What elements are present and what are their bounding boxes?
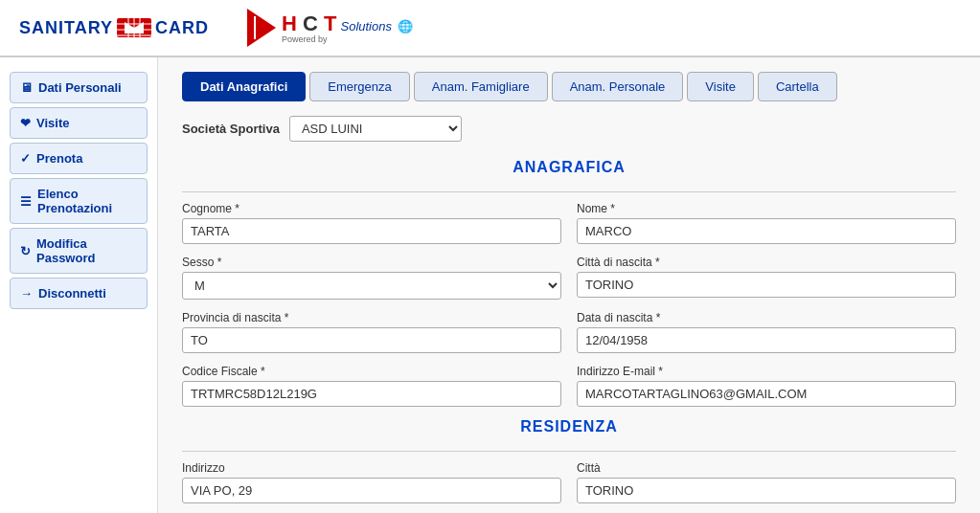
citta-nascita-group: Città di nascita * [577, 256, 956, 300]
email-group: Indirizzo E-mail * [577, 365, 956, 407]
indirizzo-input[interactable] [182, 478, 561, 503]
citta-group: Città [577, 461, 956, 503]
data-nascita-input[interactable] [577, 327, 956, 353]
indirizzo-citta-row: Indirizzo Città [182, 461, 956, 503]
sidebar-label-prenota: Prenota [36, 151, 82, 166]
nome-group: Nome * [577, 202, 956, 244]
tab-emergenza[interactable]: Emergenza [309, 72, 409, 101]
nome-label: Nome * [577, 202, 956, 215]
codice-fiscale-label: Codice Fiscale * [182, 365, 561, 378]
sidebar-label-disconnetti: Disconnetti [38, 286, 106, 301]
main-layout: 🖥 Dati Personali ❤ Visite ✓ Prenota ☰ El… [0, 57, 980, 513]
sidebar-item-modifica-password[interactable]: ↻ Modifica Password [10, 228, 148, 274]
provincia-nascita-group: Provincia di nascita * [182, 311, 561, 353]
list-icon: ☰ [20, 194, 32, 209]
monitor-icon: 🖥 [20, 80, 33, 95]
svg-marker-9 [247, 9, 276, 47]
citta-label: Città [577, 461, 956, 475]
tab-anam-personale[interactable]: Anam. Personale [552, 72, 684, 101]
email-label: Indirizzo E-mail * [577, 365, 956, 378]
tab-dati-anagrafici[interactable]: Dati Anagrafici [182, 72, 306, 101]
cognome-label: Cognome * [182, 202, 561, 215]
provincia-nascita-input[interactable] [182, 327, 561, 353]
indirizzo-group: Indirizzo [182, 461, 561, 503]
sidebar-label-elenco: Elenco Prenotazioni [37, 187, 137, 215]
residenza-divider [182, 451, 956, 452]
tab-visite[interactable]: Visite [687, 72, 754, 101]
citta-nascita-label: Città di nascita * [577, 256, 956, 269]
anagrafica-divider [182, 191, 956, 192]
sesso-citta-row: Sesso * M F Città di nascita * [182, 256, 956, 300]
hct-solutions-text: Solutions [340, 19, 391, 33]
hct-h-letter: H C T [282, 11, 336, 36]
sidebar-item-prenota[interactable]: ✓ Prenota [10, 143, 148, 174]
sanitary-text: SANITARY [19, 18, 113, 38]
sanitary-card-logo: SANITARY CARD [19, 14, 209, 41]
sidebar-item-elenco-prenotazioni[interactable]: ☰ Elenco Prenotazioni [10, 178, 148, 224]
header: SANITARY CARD H [0, 0, 980, 57]
citta-nascita-input[interactable] [577, 272, 956, 298]
codice-fiscale-input[interactable] [182, 381, 561, 407]
codice-fiscale-group: Codice Fiscale * [182, 365, 561, 407]
sesso-group: Sesso * M F [182, 256, 561, 300]
tab-anam-famigliare[interactable]: Anam. Famigliare [414, 72, 548, 101]
sidebar-label-modifica: Modifica Password [36, 236, 137, 265]
globe-icon: 🌐 [398, 19, 413, 33]
sidebar-label-dati-personali: Dati Personali [38, 80, 122, 95]
cognome-input[interactable] [182, 218, 561, 244]
indirizzo-label: Indirizzo [182, 461, 561, 475]
check-icon: ✓ [20, 151, 31, 166]
cognome-nome-row: Cognome * Nome * [182, 202, 956, 244]
provincia-data-row: Provincia di nascita * Data di nascita * [182, 311, 956, 353]
data-nascita-label: Data di nascita * [577, 311, 956, 324]
sidebar-item-visite[interactable]: ❤ Visite [10, 107, 148, 139]
powered-by-text: Powered by [282, 34, 413, 44]
data-nascita-group: Data di nascita * [577, 311, 956, 353]
hct-logo: H C T Solutions 🌐 Powered by [247, 9, 413, 47]
tab-cartella[interactable]: Cartella [758, 72, 837, 101]
societa-select[interactable]: ASD LUINI [289, 116, 462, 142]
nome-input[interactable] [577, 218, 956, 244]
anagrafica-title: ANAGRAFICA [182, 159, 956, 176]
sidebar-item-disconnetti[interactable]: → Disconnetti [10, 278, 148, 309]
sidebar-label-visite: Visite [36, 116, 69, 130]
email-input[interactable] [577, 381, 956, 407]
sidebar: 🖥 Dati Personali ❤ Visite ✓ Prenota ☰ El… [0, 57, 158, 513]
societa-label: Società Sportiva [182, 122, 280, 136]
provincia-nascita-label: Provincia di nascita * [182, 311, 561, 324]
societa-sportiva-row: Società Sportiva ASD LUINI [182, 116, 956, 142]
refresh-icon: ↻ [20, 244, 31, 258]
residenza-title: RESIDENZA [182, 418, 956, 435]
logo-icon [117, 14, 151, 41]
card-text: CARD [155, 18, 209, 38]
content-area: Dati Anagrafici Emergenza Anam. Famiglia… [158, 57, 980, 513]
citta-input[interactable] [577, 478, 956, 503]
tab-bar: Dati Anagrafici Emergenza Anam. Famiglia… [182, 72, 956, 101]
heart-icon: ❤ [20, 116, 31, 130]
cf-email-row: Codice Fiscale * Indirizzo E-mail * [182, 365, 956, 407]
sesso-select[interactable]: M F [182, 272, 561, 300]
sesso-label: Sesso * [182, 256, 561, 269]
sidebar-item-dati-personali[interactable]: 🖥 Dati Personali [10, 72, 148, 103]
cognome-group: Cognome * [182, 202, 561, 244]
logout-icon: → [20, 286, 33, 301]
